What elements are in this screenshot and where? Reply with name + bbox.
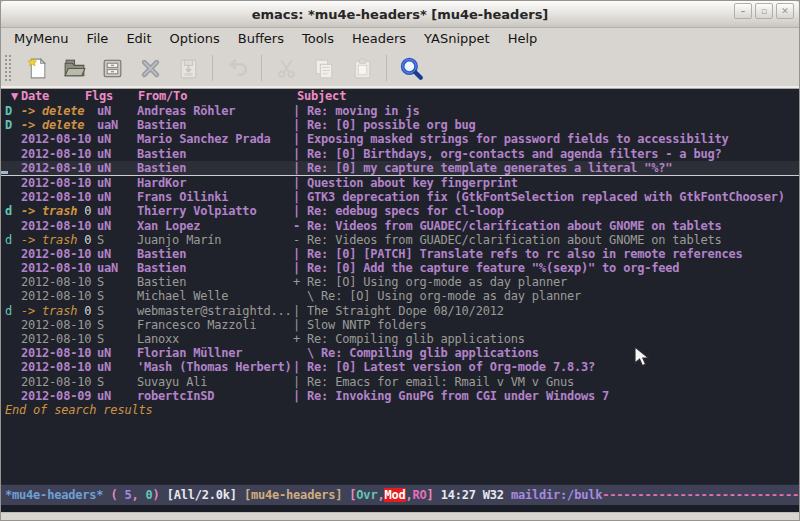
message-subject: \ Re: [O] Using org-mode as day planner <box>293 289 799 303</box>
mark-indicator <box>5 318 21 332</box>
message-from: Juanjo Marín <box>137 233 293 247</box>
message-subject: | Re: moving in js <box>293 104 799 118</box>
message-row[interactable]: 2012-08-10SSuvayu Ali| Re: Emacs for ema… <box>1 375 799 389</box>
message-subject: - Re: Videos from GUADEC/clarification a… <box>293 233 799 247</box>
message-subject: | Re: Emacs for email: Rmail v VM v Gnus <box>293 375 799 389</box>
modeline-segment: 14:27 W32 <box>441 488 511 502</box>
message-subject: - Re: Videos from GUADEC/clarification a… <box>293 219 799 233</box>
menu-item-mymenu[interactable]: MyMenu <box>5 31 78 46</box>
close-button[interactable]: ✕ <box>776 3 794 19</box>
mark-indicator <box>5 219 21 233</box>
window-frame-bottom <box>1 512 799 520</box>
message-row[interactable]: 2012-08-10uNHardKor| Question about key … <box>1 176 799 190</box>
message-flags: uN <box>97 161 137 175</box>
modeline-segment: , <box>131 488 145 502</box>
emacs-window: emacs: *mu4e-headers* [mu4e-headers] – ▫… <box>0 0 800 521</box>
message-row[interactable]: 2012-08-10uNMario Sanchez Prada| Exposin… <box>1 132 799 146</box>
menu-item-headers[interactable]: Headers <box>343 31 415 46</box>
message-flags: S <box>97 375 137 389</box>
message-row[interactable]: 2012-08-10SLanoxx+ Re: Compiling glib ap… <box>1 332 799 346</box>
mark-indicator: d <box>5 233 21 247</box>
maximize-button[interactable]: ▫ <box>755 3 773 19</box>
menu-item-options[interactable]: Options <box>161 31 229 46</box>
mark-indicator <box>5 375 21 389</box>
message-flags: uN <box>97 219 137 233</box>
sort-direction-icon[interactable]: ▼ <box>11 89 18 104</box>
open-folder-icon[interactable] <box>55 51 93 85</box>
message-from: Thierry Volpiatto <box>137 204 293 218</box>
modeline-segment: [mu4e-headers] <box>244 488 349 502</box>
menu-item-edit[interactable]: Edit <box>117 31 160 46</box>
end-of-results: End of search results <box>1 403 799 417</box>
message-from: Bastien <box>137 261 293 275</box>
mark-indicator <box>5 261 21 275</box>
titlebar[interactable]: emacs: *mu4e-headers* [mu4e-headers] – ▫… <box>1 1 799 28</box>
message-subject: | Re: [0] [PATCH] Translate refs to rc a… <box>293 247 799 261</box>
message-from: Frans Oilinki <box>137 190 293 204</box>
message-row[interactable]: d-> trash 0uNThierry Volpiatto| Re: edeb… <box>1 204 799 218</box>
modeline-segment: 0 <box>146 488 153 502</box>
column-header-from[interactable]: From/To <box>138 89 187 104</box>
message-row[interactable]: 2012-08-10uNBastien| Re: [0] Birthdays, … <box>1 147 799 161</box>
message-row[interactable]: 2012-08-10SBastien+ Re: [O] Using org-mo… <box>1 275 799 289</box>
modeline-segment: *mu4e-headers* <box>5 488 103 502</box>
message-row[interactable]: 2012-08-09uNrobertcInSD| Re: Invoking Gn… <box>1 389 799 403</box>
mark-target: -> trash 0 <box>21 233 97 247</box>
modeline-segment: , <box>377 488 384 502</box>
message-row[interactable]: 2012-08-10uNXan Lopez- Re: Videos from G… <box>1 219 799 233</box>
message-from: Bastien <box>137 118 293 132</box>
column-header-flags[interactable]: Flgs <box>85 89 113 104</box>
column-header-subject[interactable]: Subject <box>297 89 346 104</box>
message-row[interactable]: 2012-08-10SMichael Welle \ Re: [O] Using… <box>1 289 799 303</box>
close-buffer-icon[interactable] <box>131 51 169 85</box>
message-row[interactable]: 2012-08-10SFrancesco Mazzoli| Slow NNTP … <box>1 318 799 332</box>
echo-area[interactable] <box>1 505 799 512</box>
message-row[interactable]: 2012-08-10uNFrans Oilinki| GTK3 deprecat… <box>1 190 799 204</box>
mark-target: -> trash 0 <box>21 304 97 318</box>
message-row[interactable]: 2012-08-10uNFlorian Müllner \ Re: Compil… <box>1 346 799 360</box>
window-controls: – ▫ ✕ <box>734 3 794 19</box>
menu-item-tools[interactable]: Tools <box>293 31 343 46</box>
menu-item-file[interactable]: File <box>78 31 118 46</box>
message-row[interactable]: 2012-08-10uNBastien| Re: [0] my capture … <box>1 161 799 176</box>
toolbar-separator <box>261 55 262 81</box>
message-from: Bastien <box>137 275 293 289</box>
new-file-icon[interactable] <box>17 51 55 85</box>
menu-item-buffers[interactable]: Buffers <box>229 31 293 46</box>
mode-line[interactable]: *mu4e-headers* ( 5, 0) [All/2.0k] [mu4e-… <box>1 484 799 505</box>
message-flags: uaN <box>97 118 137 132</box>
message-from: Xan Lopez <box>137 219 293 233</box>
paste-icon[interactable] <box>343 51 381 85</box>
message-date: 2012-08-10 <box>21 176 97 190</box>
cut-icon[interactable] <box>267 51 305 85</box>
toolbar-drag-handle[interactable] <box>4 54 12 82</box>
message-row[interactable]: 2012-08-10uNBastien| Re: [0] [PATCH] Tra… <box>1 247 799 261</box>
message-subject: | Re: [0] Latest version of Org-mode 7.8… <box>293 360 799 374</box>
message-date: 2012-08-10 <box>21 346 97 360</box>
column-header-date[interactable]: Date <box>21 89 49 104</box>
copy-icon[interactable] <box>305 51 343 85</box>
message-row[interactable]: d-> trash 0Swebmaster@straightd...| The … <box>1 304 799 318</box>
search-icon[interactable] <box>392 51 430 85</box>
message-flags: uN <box>97 204 137 218</box>
undo-icon[interactable] <box>218 51 256 85</box>
message-date: 2012-08-10 <box>21 332 97 346</box>
message-from: webmaster@straightd... <box>137 304 293 318</box>
message-row[interactable]: 2012-08-10uaNBastien| Re: [0] Add the ca… <box>1 261 799 275</box>
menu-item-yasnippet[interactable]: YASnippet <box>415 31 499 46</box>
message-flags: S <box>97 233 137 247</box>
message-row[interactable]: 2012-08-10uN'Mash (Thomas Herbert)| Re: … <box>1 360 799 374</box>
window-title: emacs: *mu4e-headers* [mu4e-headers] <box>252 7 549 22</box>
minimize-button[interactable]: – <box>734 3 752 19</box>
save-icon[interactable] <box>169 51 207 85</box>
modeline-segment: , <box>406 488 413 502</box>
message-row[interactable]: D-> deleteuaNBastien| Re: [0] possible o… <box>1 118 799 132</box>
menu-item-help[interactable]: Help <box>499 31 547 46</box>
message-row[interactable]: d-> trash 0SJuanjo Marín- Re: Videos fro… <box>1 233 799 247</box>
modeline-segment: RO <box>413 488 427 502</box>
message-from: Bastien <box>137 147 293 161</box>
archive-icon[interactable] <box>93 51 131 85</box>
message-list: D-> deleteuNAndreas Röhler| Re: moving i… <box>1 104 799 403</box>
message-subject: | Re: [0] my capture template generates … <box>293 161 799 175</box>
message-row[interactable]: D-> deleteuNAndreas Röhler| Re: moving i… <box>1 104 799 118</box>
